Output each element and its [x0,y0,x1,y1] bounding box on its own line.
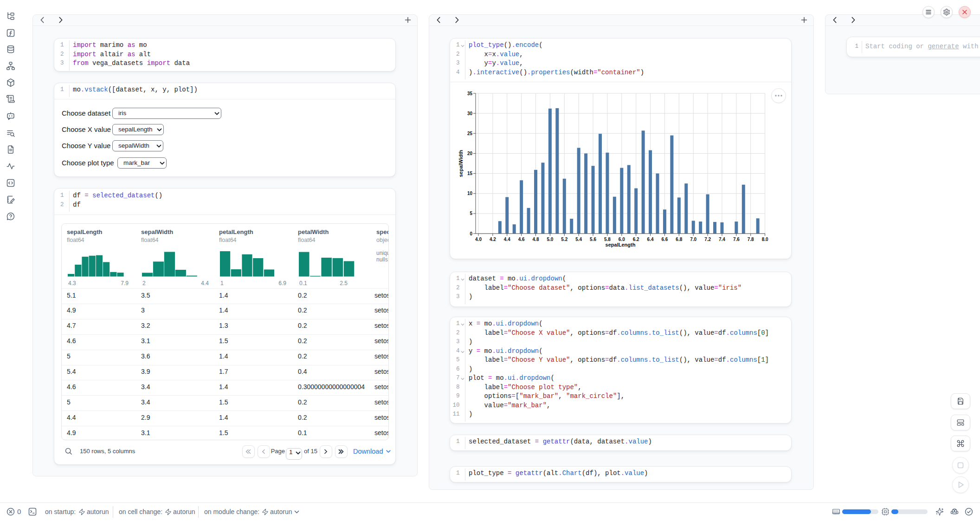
svg-text:7.6: 7.6 [733,237,740,242]
svg-text:7.4: 7.4 [719,237,725,242]
svg-text:5.6: 5.6 [590,237,596,242]
svg-text:35: 35 [467,91,473,96]
svg-text:4.6: 4.6 [518,237,525,242]
svg-text:0: 0 [470,231,472,236]
svg-text:6.2: 6.2 [633,237,639,242]
svg-text:6.8: 6.8 [676,237,682,242]
svg-text:6.6: 6.6 [661,237,668,242]
svg-text:sepalLength: sepalLength [606,242,636,247]
svg-text:20: 20 [467,151,473,156]
svg-text:5.8: 5.8 [604,237,611,242]
svg-text:7.2: 7.2 [704,237,711,242]
svg-text:15: 15 [467,171,473,176]
svg-text:5: 5 [470,211,472,216]
svg-text:30: 30 [467,111,473,116]
svg-text:sepalWidth: sepalWidth [458,150,464,177]
svg-text:4.2: 4.2 [490,237,496,242]
svg-text:7.0: 7.0 [690,237,696,242]
svg-text:10: 10 [467,191,473,196]
svg-text:6.4: 6.4 [647,237,654,242]
svg-text:5.0: 5.0 [547,237,553,242]
svg-text:6.0: 6.0 [619,237,625,242]
svg-text:8.0: 8.0 [762,237,768,242]
svg-text:5.2: 5.2 [561,237,567,242]
svg-text:4.8: 4.8 [533,237,539,242]
svg-text:4.0: 4.0 [475,237,482,242]
svg-text:5.4: 5.4 [575,237,582,242]
svg-text:7.8: 7.8 [748,237,754,242]
svg-text:25: 25 [467,131,473,136]
svg-text:4.4: 4.4 [504,237,510,242]
